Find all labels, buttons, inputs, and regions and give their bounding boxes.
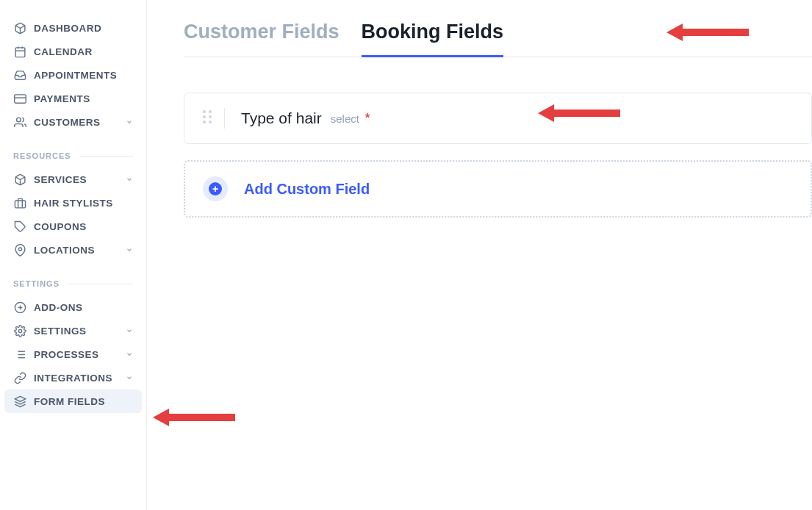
svg-point-24	[209, 110, 212, 113]
sidebar-item-label: LOCATIONS	[34, 245, 95, 256]
nav-section-resources: SERVICES HAIR STYLISTS COUPONS LOCATIONS	[0, 168, 146, 262]
sidebar-item-label: CUSTOMERS	[34, 117, 101, 128]
section-header-label: SETTINGS	[13, 279, 60, 288]
sidebar-item-calendar[interactable]: CALENDAR	[0, 40, 146, 63]
svg-point-11	[18, 247, 21, 250]
add-custom-field-button[interactable]: + Add Custom Field	[184, 160, 812, 218]
annotation-arrow	[153, 409, 235, 426]
sidebar-item-label: ADD-ONS	[34, 302, 83, 313]
svg-rect-1	[15, 47, 25, 57]
svg-point-7	[16, 118, 21, 122]
required-indicator: *	[365, 112, 370, 125]
annotation-arrow	[667, 24, 749, 41]
add-custom-field-label: Add Custom Field	[244, 181, 370, 198]
svg-point-28	[209, 121, 212, 123]
sidebar-item-addons[interactable]: ADD-ONS	[0, 295, 146, 319]
map-pin-icon	[13, 243, 26, 256]
tag-icon	[13, 220, 26, 233]
sidebar-item-coupons[interactable]: COUPONS	[0, 215, 146, 238]
svg-point-15	[18, 329, 21, 332]
layers-icon	[13, 395, 26, 408]
cube-icon	[13, 173, 26, 186]
sidebar-item-payments[interactable]: PAYMENTS	[0, 87, 146, 110]
credit-card-icon	[13, 92, 26, 105]
field-type: select	[331, 112, 359, 125]
svg-rect-9	[15, 200, 25, 207]
sidebar-item-services[interactable]: SERVICES	[0, 168, 146, 191]
plus-circle-icon: +	[203, 176, 228, 201]
sidebar-item-label: INTEGRATIONS	[34, 373, 112, 384]
chevron-down-icon	[126, 374, 133, 381]
sidebar-item-label: SETTINGS	[34, 326, 87, 337]
main-content: Customer Fields Booking Fields Type of h…	[147, 0, 812, 510]
svg-marker-22	[15, 396, 25, 401]
sidebar-item-label: SERVICES	[34, 174, 87, 185]
field-card[interactable]: Type of hair select *	[184, 93, 812, 144]
divider-line	[224, 108, 225, 129]
field-name: Type of hair	[241, 109, 322, 127]
cube-icon	[13, 21, 26, 35]
gear-icon	[13, 324, 26, 337]
users-icon	[13, 115, 26, 129]
sidebar-item-locations[interactable]: LOCATIONS	[0, 238, 146, 262]
chevron-down-icon	[126, 118, 133, 126]
sidebar-item-settings[interactable]: SETTINGS	[0, 319, 146, 342]
link-icon	[13, 371, 26, 384]
divider-line	[80, 156, 133, 157]
plus-circle-icon	[13, 301, 26, 314]
inbox-icon	[13, 68, 26, 82]
svg-point-26	[209, 115, 212, 118]
annotation-arrow	[538, 104, 620, 122]
tab-customer-fields[interactable]: Customer Fields	[184, 21, 339, 57]
sidebar-item-label: DASHBOARD	[34, 23, 101, 34]
drag-handle-icon[interactable]	[202, 109, 212, 127]
sidebar-item-label: CALENDAR	[34, 46, 93, 57]
section-header-label: RESOURCES	[13, 151, 71, 160]
divider-line	[68, 284, 133, 284]
section-header-settings: SETTINGS	[0, 275, 146, 292]
sidebar-item-label: COUPONS	[34, 221, 87, 232]
chevron-down-icon	[126, 176, 133, 183]
sidebar-item-label: HAIR STYLISTS	[34, 198, 113, 209]
calendar-icon	[13, 45, 26, 58]
sidebar: DASHBOARD CALENDAR APPOINTMENTS PAYMENTS…	[0, 0, 147, 510]
sidebar-item-dashboard[interactable]: DASHBOARD	[0, 16, 146, 40]
sidebar-item-customers[interactable]: CUSTOMERS	[0, 110, 146, 134]
list-icon	[13, 348, 26, 361]
chevron-down-icon	[126, 246, 133, 254]
svg-point-27	[203, 121, 206, 123]
sidebar-item-appointments[interactable]: APPOINTMENTS	[0, 63, 146, 87]
svg-point-23	[203, 110, 206, 113]
sidebar-item-form-fields[interactable]: FORM FIELDS	[4, 389, 142, 413]
sidebar-item-hair-stylists[interactable]: HAIR STYLISTS	[0, 191, 146, 215]
tab-booking-fields[interactable]: Booking Fields	[362, 21, 504, 57]
sidebar-item-processes[interactable]: PROCESSES	[0, 342, 146, 366]
nav-section-main: DASHBOARD CALENDAR APPOINTMENTS PAYMENTS…	[0, 16, 146, 134]
chevron-down-icon	[126, 351, 133, 358]
sidebar-item-label: PROCESSES	[34, 349, 99, 360]
section-header-resources: RESOURCES	[0, 147, 146, 165]
sidebar-item-integrations[interactable]: INTEGRATIONS	[0, 366, 146, 389]
sidebar-item-label: FORM FIELDS	[34, 396, 105, 407]
sidebar-item-label: PAYMENTS	[34, 93, 90, 104]
sidebar-item-label: APPOINTMENTS	[34, 70, 117, 81]
chevron-down-icon	[126, 327, 133, 334]
svg-rect-5	[14, 94, 26, 102]
svg-point-25	[203, 115, 206, 118]
briefcase-icon	[13, 196, 26, 209]
nav-section-settings: ADD-ONS SETTINGS PROCESSES INTEGRATIO	[0, 295, 146, 413]
